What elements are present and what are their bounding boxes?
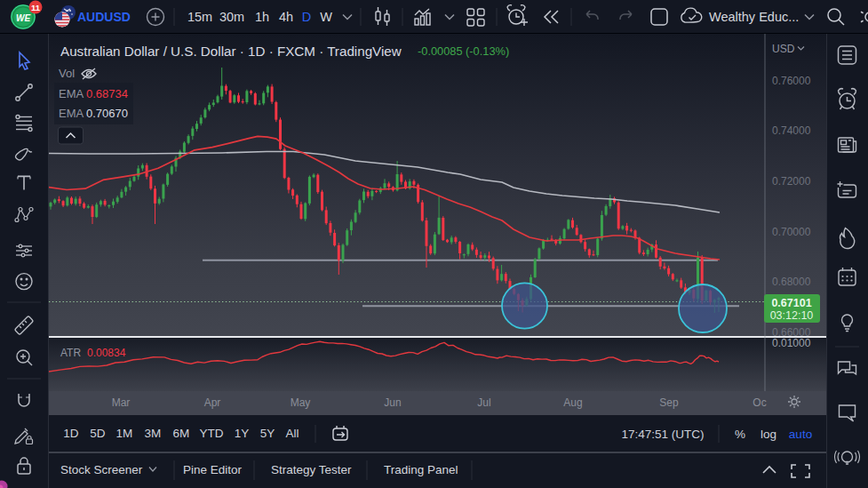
svg-text:0.68734: 0.68734 xyxy=(86,87,128,100)
svg-text:4h: 4h xyxy=(279,10,293,24)
svg-text:-0.00085 (-0.13%): -0.00085 (-0.13%) xyxy=(418,44,509,58)
svg-text:0.74000: 0.74000 xyxy=(772,124,811,137)
svg-text:log: log xyxy=(760,428,776,441)
svg-text:USD: USD xyxy=(772,43,795,55)
svg-text:Apr: Apr xyxy=(204,396,221,409)
svg-text:0.70670: 0.70670 xyxy=(86,107,128,120)
svg-text:W: W xyxy=(320,10,332,24)
svg-text:Aug: Aug xyxy=(563,396,582,409)
svg-text:AUDUSD: AUDUSD xyxy=(77,10,131,24)
svg-text:EMA: EMA xyxy=(59,107,84,120)
svg-text:5D: 5D xyxy=(90,427,106,440)
svg-text:Vol: Vol xyxy=(59,67,75,80)
svg-text:WE: WE xyxy=(16,13,30,23)
svg-text:0.70000: 0.70000 xyxy=(772,226,811,238)
svg-text:17:47:51 (UTC): 17:47:51 (UTC) xyxy=(621,428,704,441)
svg-text:Pine Editor: Pine Editor xyxy=(183,463,243,476)
svg-text:1D: 1D xyxy=(63,427,79,440)
svg-text:0.00834: 0.00834 xyxy=(87,347,126,359)
svg-text:EMA: EMA xyxy=(59,87,84,100)
svg-text:6M: 6M xyxy=(173,427,190,440)
svg-text:D: D xyxy=(302,10,311,24)
svg-text:auto: auto xyxy=(789,428,812,441)
svg-text:Wealthy Educ...: Wealthy Educ... xyxy=(709,10,799,24)
svg-text:May: May xyxy=(291,396,311,409)
svg-text:0.01000: 0.01000 xyxy=(772,337,811,349)
svg-text:11: 11 xyxy=(31,3,41,12)
svg-text:03:12:10: 03:12:10 xyxy=(770,309,814,322)
svg-text:Australian Dollar / U.S. Dolla: Australian Dollar / U.S. Dollar · 1D · F… xyxy=(60,44,402,59)
svg-text:0.67101: 0.67101 xyxy=(771,297,811,309)
svg-text:%: % xyxy=(735,428,745,441)
svg-text:1Y: 1Y xyxy=(235,427,250,440)
svg-text:Trading Panel: Trading Panel xyxy=(384,463,458,476)
svg-text:5Y: 5Y xyxy=(260,427,275,440)
svg-text:Oc: Oc xyxy=(753,396,766,409)
svg-text:3M: 3M xyxy=(145,427,162,440)
svg-text:Jun: Jun xyxy=(384,396,401,409)
svg-text:YTD: YTD xyxy=(200,427,224,440)
svg-text:Strategy Tester: Strategy Tester xyxy=(271,463,352,476)
svg-text:Sep: Sep xyxy=(659,396,679,409)
svg-text:0.68000: 0.68000 xyxy=(772,276,811,288)
svg-text:All: All xyxy=(285,427,299,440)
svg-text:15m: 15m xyxy=(187,10,212,24)
svg-text:Stock Screener: Stock Screener xyxy=(60,463,143,476)
svg-text:0.72000: 0.72000 xyxy=(772,175,811,188)
svg-text:Jul: Jul xyxy=(477,396,490,409)
svg-text:1M: 1M xyxy=(116,427,133,440)
svg-text:ATR: ATR xyxy=(60,347,81,359)
svg-text:1h: 1h xyxy=(255,10,269,24)
svg-text:30m: 30m xyxy=(219,10,244,24)
svg-text:Mar: Mar xyxy=(112,396,131,409)
svg-text:0.76000: 0.76000 xyxy=(772,75,811,87)
